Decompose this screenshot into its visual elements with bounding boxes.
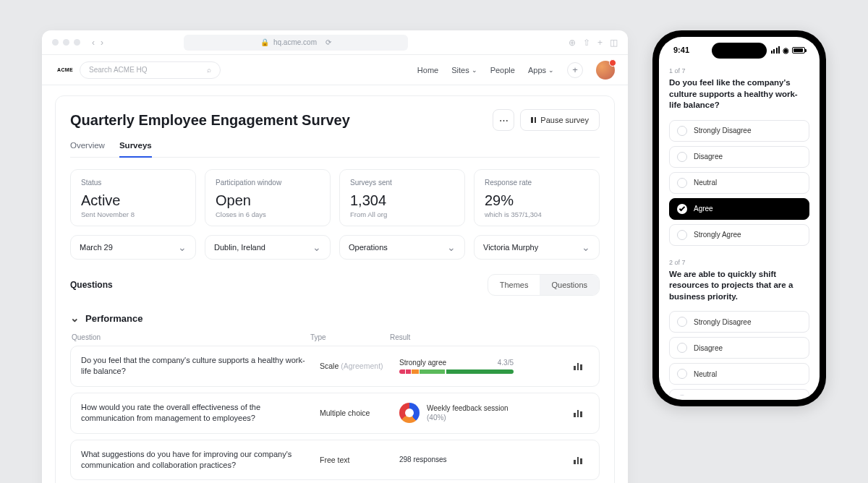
seg-themes[interactable]: Themes	[488, 275, 540, 295]
add-button[interactable]: +	[567, 62, 583, 78]
radio-icon	[677, 230, 687, 240]
extension-icon[interactable]: ⊕	[569, 38, 576, 48]
question-text: We are able to quickly shift resources t…	[669, 269, 809, 303]
question-result: Strongly agree4.3/5	[399, 359, 567, 374]
traffic-lights	[52, 39, 80, 46]
page-tabs: Overview Surveys	[70, 141, 600, 158]
table-row[interactable]: What suggestions do you have for improvi…	[70, 440, 600, 481]
filter-location[interactable]: Dublin, Ireland⌄	[205, 235, 331, 260]
pause-icon	[531, 117, 536, 123]
col-question: Question	[72, 333, 310, 341]
share-icon[interactable]: ⇧	[583, 38, 590, 48]
stat-label: Response rate	[485, 179, 589, 187]
option-neutral[interactable]: Neutral	[669, 172, 809, 194]
view-segment: Themes Questions	[488, 274, 600, 296]
app-header: ACME Search ACME HQ ⌕ Home Sites⌄ People…	[42, 55, 628, 85]
chevron-down-icon: ⌄	[472, 67, 477, 74]
signal-icon	[771, 46, 780, 54]
phone-notch	[712, 43, 767, 59]
question-text: Do you feel like the company's culture s…	[669, 77, 809, 111]
check-icon	[677, 204, 687, 214]
stat-label: Participation window	[216, 179, 320, 187]
chevron-down-icon: ⌄	[178, 241, 187, 253]
browser-chrome: ‹ › 🔒 hq.acme.com ⟳ ⊕ ⇧ + ◫	[42, 30, 628, 55]
tab-overview[interactable]: Overview	[70, 141, 105, 157]
nav-apps[interactable]: Apps⌄	[528, 66, 554, 74]
chrome-right-icons: ⊕ ⇧ + ◫	[569, 38, 618, 48]
table-row[interactable]: Do you feel that the company's culture s…	[70, 346, 600, 387]
phone-body: 1 of 7 Do you feel like the company's cu…	[659, 54, 820, 396]
radio-icon	[677, 126, 687, 136]
nav-home[interactable]: Home	[417, 66, 438, 74]
table-row[interactable]: How would you rate the overall effective…	[70, 393, 600, 434]
page-title: Quarterly Employee Engagement Survey	[70, 112, 350, 129]
seg-questions[interactable]: Questions	[540, 275, 599, 295]
filter-row: March 29⌄ Dublin, Ireland⌄ Operations⌄ V…	[70, 235, 600, 260]
chevron-down-icon: ⌄	[582, 241, 590, 253]
stat-sub: Closes in 6 days	[216, 210, 320, 218]
question-text: What suggestions do you have for improvi…	[81, 449, 320, 471]
new-tab-icon[interactable]: +	[597, 38, 603, 48]
address-bar[interactable]: 🔒 hq.acme.com ⟳	[184, 35, 408, 51]
search-icon: ⌕	[207, 66, 211, 74]
back-icon[interactable]: ‹	[92, 38, 95, 48]
option-neutral[interactable]: Neutral	[669, 363, 809, 385]
stat-row: Status Active Sent November 8 Participat…	[70, 169, 600, 226]
lock-icon: 🔒	[260, 38, 269, 46]
battery-icon	[792, 47, 805, 54]
chevron-down-icon: ⌄	[447, 241, 456, 253]
search-input[interactable]: Search ACME HQ ⌕	[80, 61, 221, 79]
option-disagree[interactable]: Disagree	[669, 337, 809, 359]
more-button[interactable]: ⋯	[493, 109, 514, 131]
maximize-icon[interactable]	[74, 39, 80, 46]
stat-rate: Response rate 29% which is 357/1,304	[474, 169, 600, 226]
app-nav: Home Sites⌄ People Apps⌄ +	[417, 61, 615, 80]
option-strongly-disagree[interactable]: Strongly Disagree	[669, 311, 809, 333]
pause-survey-button[interactable]: Pause survey	[520, 109, 600, 131]
minimize-icon[interactable]	[63, 39, 69, 46]
survey-question-1: 1 of 7 Do you feel like the company's cu…	[669, 67, 809, 246]
refresh-icon[interactable]: ⟳	[326, 38, 331, 46]
filter-person[interactable]: Victoria Murphy⌄	[474, 235, 600, 260]
option-agree[interactable]: Agree	[669, 198, 809, 220]
col-result: Result	[390, 333, 576, 341]
stat-sub: which is 357/1,304	[485, 210, 589, 218]
wifi-icon: ◉	[783, 46, 789, 54]
questions-bar: Questions Themes Questions	[70, 274, 600, 296]
question-type: Multiple choice	[320, 409, 399, 417]
chevron-down-icon: ⌄	[70, 312, 80, 325]
stat-sent: Surveys sent 1,304 From All org	[339, 169, 465, 226]
radio-icon	[677, 178, 687, 188]
option-strongly-disagree[interactable]: Strongly Disagree	[669, 120, 809, 142]
option-strongly-agree[interactable]: Strongly Agree	[669, 224, 809, 246]
filter-date[interactable]: March 29⌄	[70, 235, 196, 260]
chevron-down-icon: ⌄	[548, 67, 554, 74]
tabs-icon[interactable]: ◫	[610, 38, 618, 48]
section-performance[interactable]: ⌄ Performance	[70, 312, 600, 325]
filter-dept[interactable]: Operations⌄	[339, 235, 465, 260]
chart-icon[interactable]	[567, 456, 589, 464]
question-type: Free text	[320, 456, 399, 464]
question-result: 298 responses	[399, 456, 567, 463]
chart-icon[interactable]	[567, 362, 589, 370]
option-disagree[interactable]: Disagree	[669, 146, 809, 168]
stat-label: Surveys sent	[350, 179, 454, 187]
phone-screen: 9:41 ◉ 1 of 7 Do you feel like the compa…	[659, 37, 820, 400]
stat-sub: Sent November 8	[81, 210, 185, 218]
status-time: 9:41	[673, 46, 689, 54]
tab-surveys[interactable]: Surveys	[119, 141, 152, 158]
survey-question-2: 2 of 7 We are able to quickly shift reso…	[669, 259, 809, 396]
chart-icon[interactable]	[567, 409, 589, 417]
nav-people[interactable]: People	[490, 66, 515, 74]
nav-sites[interactable]: Sites⌄	[451, 66, 477, 74]
logo[interactable]: ACME	[55, 63, 75, 77]
pause-label: Pause survey	[540, 116, 589, 124]
close-icon[interactable]	[52, 39, 59, 46]
radio-icon	[677, 343, 687, 353]
content-card: Quarterly Employee Engagement Survey ⋯ P…	[55, 95, 615, 483]
avatar[interactable]	[596, 61, 615, 80]
forward-icon[interactable]: ›	[101, 38, 103, 48]
stat-value: 29%	[485, 192, 589, 209]
option-agree[interactable]: Agree	[669, 389, 809, 396]
stat-value: Open	[216, 192, 320, 209]
